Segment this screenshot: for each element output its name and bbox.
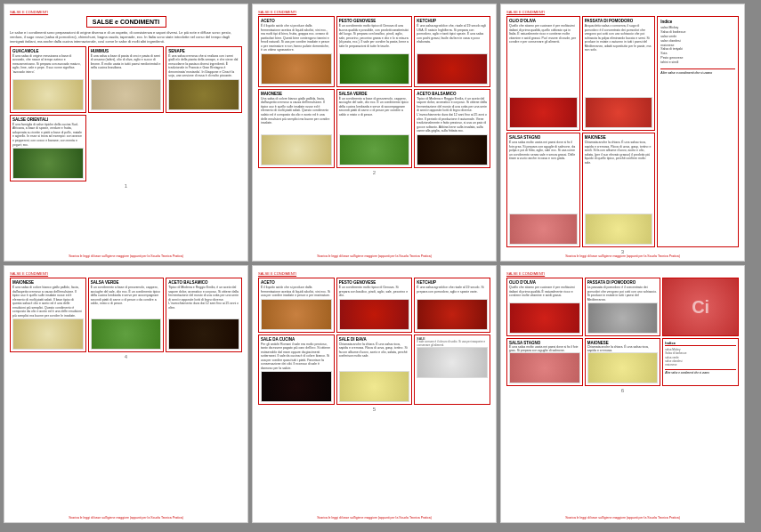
page-5-footer: Scarica le leggi di base sull'igiene mag… [253, 516, 496, 520]
card-passata2-img [587, 302, 659, 334]
card-aceto2: ACETO È il liquido acido che si produce … [258, 278, 335, 333]
page-6-num: 6 [506, 388, 739, 393]
card-passata: PASSATA DI POMODORO Acqua detto salsa o … [582, 16, 656, 131]
card-maionese: MAIONESE Una salsa di colore bianco gial… [258, 89, 335, 168]
card-senape-text: È una salsa cremosa che si realizza con … [168, 54, 239, 78]
card-guacamole: GUACAMOLE È una salsa di origine messica… [10, 46, 86, 113]
card-passata-img [585, 97, 653, 128]
card-hummus-img [91, 79, 162, 110]
card-passata-text: Acqua detto salsa o conserva, il sugo di… [585, 24, 653, 96]
card-salsa-verde2-text: È un condimento a base di prezzemolo, ca… [91, 286, 162, 318]
card-hummus: HUMMUS È una salsa a base di pasta di ce… [88, 46, 165, 113]
card-olio-title: OLIO D'OLIVA [509, 19, 578, 23]
card-maionese3-img [12, 318, 84, 350]
card-ketchup2: KETCHUP È una salsa agrodolce che risale… [414, 278, 490, 333]
page-6-header: SALSE E CONDIMENTI [506, 271, 739, 276]
card-maionese-img [261, 134, 332, 165]
card-stagno-img [509, 214, 578, 245]
card-aceto-bals2: ACETO BALSAMICO Tipico di Modena e Reggi… [166, 278, 242, 352]
page-5: SALSE E CONDIMENTI ACETO È il liquido ac… [252, 265, 497, 523]
page-5-header: SALSE E CONDIMENTI [258, 271, 490, 276]
card-salse-orientali-text: È una famiglia di salse tipiche della cu… [12, 123, 84, 147]
card-maionese4: MAIONESE Chiamata anche la chiara. È una… [585, 338, 661, 386]
card-olio2-img [509, 302, 580, 334]
card-stagno-text: È una salsa molto usata nei paesi dove s… [509, 141, 578, 213]
ci-label: Ci [692, 297, 709, 318]
card-ketchup2-title: KETCHUP [417, 280, 488, 285]
index-subtitle: Altre salse e condimenti che si usano [660, 69, 735, 75]
card-passata2-text: La passata di pomodoro è il concentrato … [587, 286, 659, 302]
card-stagno2-text: È una salsa molto usata nei paesi dove s… [509, 345, 580, 352]
card-maionese-text: Una salsa di colore bianco giallo pallid… [261, 97, 332, 133]
card-aceto-text: È il liquido acido che si produce dalla … [261, 24, 332, 52]
card-passata-title: PASSATA DI POMODORO [585, 19, 653, 23]
card-sale-cucina-text: Per gli antichi Romani il sale era molto… [261, 343, 332, 371]
card-guacamole-text: È una salsa di origine messicana a base … [12, 54, 84, 78]
card-aceto2-img [261, 299, 332, 330]
card-salse-orientali-title: SALSE ORIENTALI [12, 117, 84, 122]
card-guacamole-title: GUACAMOLE [12, 49, 84, 53]
card-sale-bava-title: SALE DI BAVA [339, 337, 410, 342]
card-senape-img [168, 79, 239, 110]
card-maionese2-text: Chiamata anche la chiara. È una salsa ri… [585, 141, 653, 213]
card-salsa-verde2-img [91, 318, 162, 350]
index-list: salsa Mickey Salsa di barbecue salsa ver… [660, 26, 735, 65]
card-passata2-title: PASSATA DI POMODORO [587, 280, 659, 285]
page-2-num: 2 [258, 170, 490, 175]
card-olio-img [509, 97, 578, 128]
card-maionese2-img [585, 214, 653, 245]
card-aceto-bals: ACETO BALSAMICO Tipico di Modena e Reggi… [414, 89, 490, 168]
card-sale-bava-img [339, 371, 410, 402]
card-sale-cucina-img [261, 371, 332, 402]
page-1-footer: Scarica le leggi di base sull'igiene mag… [4, 254, 247, 258]
card-salsa-verde-text: È un condimento a base di prezzemolo, ca… [339, 97, 410, 133]
card-hummus-title: HUMMUS [91, 49, 162, 53]
card-salse-orientali: SALSE ORIENTALI È una famiglia di salse … [10, 115, 86, 181]
card-ketchup: KETCHUP È una salsa agrodolce che, risal… [414, 16, 490, 87]
page-4-num: 4 [10, 354, 242, 359]
card-aceto-bals-img [417, 134, 488, 165]
card-maionese2-title: MAIONESE [585, 135, 653, 140]
card-aceto-bals-title: ACETO BALSAMICO [417, 92, 488, 96]
card-pesto-text: È un condimento molto tipico di Genova d… [339, 24, 410, 52]
card-salsa-verde2-title: SALSA VERDE [91, 280, 162, 285]
card-olio2-text: Quello che stiamo per cucinare è per mol… [509, 286, 580, 302]
card-olio2-title: OLIO D'OLIVA [509, 280, 580, 285]
card-placeholder: SALE Il sale comune è il cloruro di sodi… [414, 335, 490, 406]
card-pesto: PESTO GENOVESE È un condimento molto tip… [336, 16, 413, 87]
card-pesto2: PESTO GENOVESE È un condimento molto tip… [336, 278, 413, 333]
card-ketchup2-img [417, 299, 488, 330]
page-6-footer: Scarica le leggi di base sull'igiene mag… [501, 516, 744, 520]
card-salsa-verde-img [339, 134, 410, 165]
card-pesto2-title: PESTO GENOVESE [339, 280, 410, 285]
card-salsa-verde-title: SALSA VERDE [339, 92, 410, 96]
page-2: SALSE E CONDIMENTI ACETO È il liquido ac… [252, 4, 497, 262]
card-pesto-img [339, 53, 410, 85]
card-guacamole-img [12, 79, 84, 110]
card-olio: OLIO D'OLIVA Quello che stiamo per cucin… [506, 16, 580, 131]
card-senape: SENAPE È una salsa cremosa che si realiz… [166, 46, 242, 113]
page-5-num: 5 [258, 407, 490, 412]
card-aceto-img [261, 53, 332, 85]
card-ketchup-img [417, 53, 488, 85]
card-maionese3: MAIONESE È una salsa di colore bianco gi… [10, 278, 86, 352]
page-3: SALSE E CONDIMENTI OLIO D'OLIVA Quello c… [500, 4, 745, 262]
page-4: SALSE E CONDIMENTI MAIONESE È una salsa … [4, 265, 248, 523]
card-pesto2-text: È un condimento molto tipico di Genova. … [339, 286, 410, 298]
card-large-img: Ci [662, 278, 739, 336]
card-sale-bava: SALE DI BAVA Chiamata anche la chiara. È… [336, 335, 413, 406]
page-4-footer: Scarica le leggi di base sull'igiene mag… [4, 516, 247, 520]
card-maionese-title: MAIONESE [261, 92, 332, 96]
page-1-intro: Le salse e i condimenti sono preparazion… [10, 30, 242, 44]
card-aceto-bals2-title: ACETO BALSAMICO [168, 280, 239, 285]
page-3-header: SALSE E CONDIMENTI [506, 10, 739, 14]
card-stagno2: SALSA STAGNO È una salsa molto usata nei… [506, 338, 583, 386]
card-stagno-title: SALSA STAGNO [509, 135, 578, 140]
card-salsa-verde2: SALSA VERDE È un condimento a base di pr… [88, 278, 165, 352]
card-aceto-bals2-text: Tipico di Modena e Reggio Emilia, è un a… [168, 286, 239, 318]
page-3-footer: Scarica le leggi di base sull'igiene mag… [501, 254, 744, 258]
card-aceto2-text: È il liquido acido che si produce dalla … [261, 286, 332, 298]
card-olio-text: Quello che stiamo per cucinare è per mol… [509, 24, 578, 96]
page-1-header: SALSE E CONDIMENTI [10, 10, 242, 14]
card-aceto2-title: ACETO [261, 280, 332, 285]
